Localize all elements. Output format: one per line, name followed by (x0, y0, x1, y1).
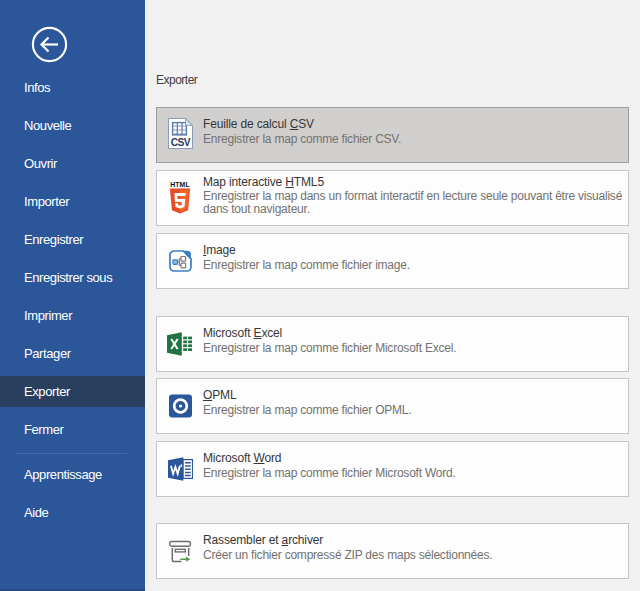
svg-text:CSV: CSV (170, 137, 190, 148)
svg-text:HTML: HTML (170, 181, 189, 188)
